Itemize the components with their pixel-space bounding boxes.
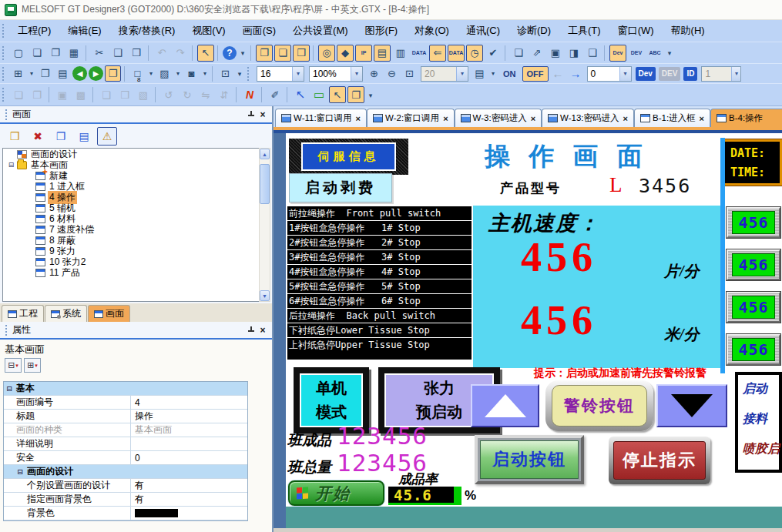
tab-close-icon[interactable]: × [531, 114, 535, 123]
menu-item[interactable]: 画面(S) [234, 21, 284, 41]
menu-item[interactable]: 公共设置(M) [284, 21, 357, 41]
toolbar-overflow-icon[interactable]: ▾ [235, 65, 244, 82]
menu-item[interactable]: 工程(P) [9, 21, 59, 41]
tree-item[interactable]: 10 张力2 [3, 256, 259, 267]
copy-image-icon[interactable]: ❑ [584, 45, 601, 62]
id-button[interactable]: ID [683, 67, 697, 81]
fill-pattern-icon[interactable]: ▨ [156, 65, 173, 82]
interlock-side-panel[interactable]: 启动 接料 喷胶启 [735, 372, 782, 473]
menu-item[interactable]: 通讯(C) [458, 21, 508, 41]
property-row[interactable]: 画面编号 4 [4, 396, 247, 410]
tree-item[interactable]: 7 速度补偿 [3, 224, 259, 235]
combo-arrow-icon[interactable]: ▾ [619, 67, 631, 81]
property-row[interactable]: 指定画面背景色 有 [4, 493, 247, 507]
ungroup-icon[interactable]: ❒ [116, 86, 133, 103]
data-dictionary-icon[interactable]: ▤ [374, 45, 391, 62]
property-value[interactable] [141, 465, 247, 478]
tree-item[interactable]: 1 进入框 [3, 181, 259, 192]
stop-indicator-button[interactable]: 停止指示 [609, 437, 710, 484]
group-attribute-icon[interactable]: ▧ [135, 86, 152, 103]
color-dropdown-icon[interactable]: ▾ [201, 65, 209, 82]
property-value[interactable]: 0 [130, 451, 247, 464]
editor-tab[interactable]: W-13:密码进入 × [542, 109, 634, 127]
screen-title[interactable]: 操 作 画 面 [485, 139, 649, 174]
editor-tab[interactable]: B-1:进入框 × [634, 109, 710, 127]
property-value[interactable] [130, 382, 247, 395]
property-row[interactable]: 背景色 [4, 507, 247, 520]
start-strip-button[interactable]: 启动剥费 [289, 173, 392, 202]
device-label-icon[interactable]: DEV [628, 45, 645, 62]
window-settings-icon[interactable]: ❒ [293, 45, 310, 62]
open-screen-folder-icon[interactable]: ❒ [5, 127, 25, 146]
separator[interactable] [148, 45, 150, 61]
tree-item[interactable]: 8 屏蔽 [3, 235, 259, 246]
interlock-row[interactable]: 1#按钮盒急停操作 1# Stop [287, 221, 472, 236]
align-edge-icon[interactable]: ▣ [54, 86, 71, 103]
scroll-down-icon[interactable]: ▼ [260, 290, 270, 301]
separator[interactable] [124, 66, 126, 82]
align-center-icon[interactable]: ▩ [72, 86, 89, 103]
screen-alarm-icon[interactable]: ⚠ [97, 127, 117, 146]
screen-list-icon[interactable]: ▤ [55, 65, 71, 82]
state-prev-icon[interactable]: ← [552, 67, 564, 80]
numeric-display[interactable]: 456 [727, 334, 780, 365]
copy-icon[interactable]: ❑ [109, 45, 126, 62]
interlock-row[interactable]: 5#按钮盒急停操作 5# Stop [287, 279, 472, 294]
open-recent-icon[interactable]: ❏ [29, 45, 45, 62]
tree-item[interactable]: 5 辅机 [3, 202, 259, 213]
window-display-icon[interactable]: ❏ [274, 45, 291, 62]
device-button[interactable]: Dev [636, 67, 656, 81]
separator[interactable] [192, 45, 194, 61]
bring-front-icon[interactable]: ❏ [10, 86, 27, 103]
keyboard-icon[interactable]: ▤ [472, 65, 488, 82]
property-row[interactable]: ⊟ 基本 [4, 382, 247, 396]
window-preview-icon[interactable]: ❐ [256, 45, 273, 62]
separator[interactable] [313, 45, 315, 61]
open-screen-icon[interactable]: ❐ [37, 65, 53, 82]
separator[interactable] [86, 45, 88, 61]
product-model-value[interactable]: 3456 [639, 175, 691, 197]
tab-close-icon[interactable]: × [623, 114, 628, 123]
interlock-row[interactable]: 6#按钮盒急停操作 6# Stop [287, 294, 472, 309]
tree-item[interactable]: 新建 [3, 170, 259, 181]
system-info-icon[interactable]: ◆ [337, 45, 354, 62]
interlock-row[interactable]: 前拉绳操作 Front pull switch [287, 206, 472, 221]
separator[interactable] [236, 87, 238, 102]
pin-icon[interactable] [244, 109, 257, 120]
menu-item[interactable]: 对象(O) [406, 21, 458, 41]
interlock-list[interactable]: 前拉绳操作 Front pull switch1#按钮盒急停操作 1# Stop… [287, 206, 472, 360]
object-select-icon[interactable]: ↖ [329, 86, 346, 103]
interlock-row[interactable]: 4#按钮盒急停操作 4# Stop [287, 265, 472, 279]
expander-icon[interactable]: ⊟ [15, 468, 25, 476]
separator[interactable] [505, 45, 507, 61]
editor-tab[interactable]: W-3:密码进入 × [455, 109, 542, 127]
speed-up-button[interactable] [471, 384, 539, 427]
interlock-row[interactable]: 上衬纸急停Upper Tissue Stop [287, 338, 472, 353]
undo-icon[interactable]: ↶ [153, 45, 170, 62]
flip-horizontal-icon[interactable]: ⇋ [197, 86, 214, 103]
ip-list-icon[interactable]: IP [355, 45, 372, 62]
tab-close-icon[interactable]: × [700, 114, 704, 123]
zoom-region-icon[interactable]: ⊡ [217, 65, 233, 82]
data-table-icon[interactable]: DATA [411, 45, 428, 62]
data-browser-icon[interactable]: ◎ [318, 45, 335, 62]
combo-arrow-icon[interactable]: ▾ [292, 67, 304, 81]
tree-item[interactable]: ⊟ 基本画面 [3, 159, 259, 170]
window-preview-toggle-icon[interactable]: ❐ [347, 86, 364, 103]
menu-item[interactable]: 图形(F) [357, 21, 407, 41]
property-value[interactable]: 4 [130, 396, 247, 409]
tree-item[interactable]: 9 张力 [3, 246, 259, 256]
property-row[interactable]: 个别设置画面的设计 有 [4, 479, 247, 493]
device-display-icon[interactable]: Dev [609, 45, 626, 62]
snap-grid-icon[interactable]: □8 [129, 65, 146, 82]
separator[interactable] [155, 87, 157, 102]
keyboard-dropdown-icon[interactable]: ▾ [489, 65, 497, 82]
font-size-combo[interactable]: 16 ▾ [257, 66, 304, 82]
verify-icon[interactable]: ✔ [485, 45, 502, 62]
property-row[interactable]: ⊟ 画面的设计 [4, 465, 247, 479]
prev-screen-icon[interactable]: ◀ [72, 66, 87, 81]
editor-tab[interactable]: W-11:窗口调用 × [275, 109, 367, 127]
numeric-display[interactable]: 456 [727, 207, 780, 238]
side-panel-row[interactable]: 喷胶启 [738, 441, 779, 471]
editor-tab[interactable]: B-4:操作 [710, 109, 782, 127]
